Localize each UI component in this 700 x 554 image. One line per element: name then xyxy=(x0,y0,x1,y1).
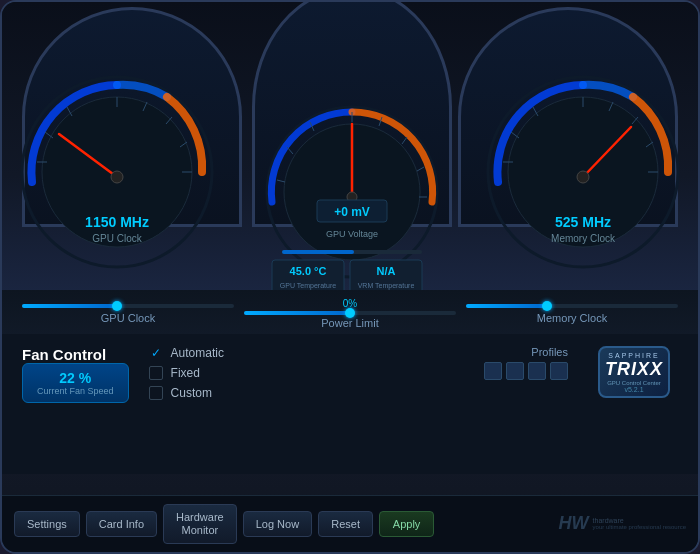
svg-point-48 xyxy=(577,171,589,183)
gpu-clock-slider-group: GPU Clock xyxy=(22,304,234,324)
watermark-area: HW thardware your ultimate professional … xyxy=(559,513,686,534)
slider-row: GPU Clock 0% Power Limit xyxy=(22,298,678,329)
memory-clock-slider-label: Memory Clock xyxy=(537,312,607,324)
gpu-clock-slider-fill xyxy=(22,304,117,308)
svg-text:VRM Temperature: VRM Temperature xyxy=(358,282,415,290)
power-limit-slider-thumb[interactable] xyxy=(345,308,355,318)
logo-version-text: v5.2.1 xyxy=(624,386,643,393)
gauge-area: 1150 MHz GPU Clock xyxy=(2,2,698,292)
fan-option-fixed-label: Fixed xyxy=(171,366,200,380)
fan-speed-value: 22 % xyxy=(37,370,114,386)
fan-option-automatic-label: Automatic xyxy=(171,346,224,360)
power-limit-slider-group: 0% Power Limit xyxy=(244,298,456,329)
profile-box-2[interactable] xyxy=(506,362,524,380)
gpu-voltage-gauge-wrapper: +0 mV GPU Voltage 45.0 °C GPU Temperatur… xyxy=(262,92,442,272)
hardware-monitor-button[interactable]: Hardware Monitor xyxy=(163,504,237,544)
memory-clock-slider-fill xyxy=(466,304,547,308)
memory-clock-slider-track[interactable] xyxy=(466,304,678,308)
profile-box-3[interactable] xyxy=(528,362,546,380)
svg-text:45.0 °C: 45.0 °C xyxy=(290,265,327,277)
settings-button[interactable]: Settings xyxy=(14,511,80,537)
fan-option-fixed[interactable]: Fixed xyxy=(149,366,224,380)
reset-button[interactable]: Reset xyxy=(318,511,373,537)
gpu-voltage-gauge-svg: +0 mV GPU Voltage 45.0 °C GPU Temperatur… xyxy=(262,92,442,312)
gpu-clock-slider-thumb[interactable] xyxy=(112,301,122,311)
gpu-clock-slider-track[interactable] xyxy=(22,304,234,308)
fan-options: ✓ Automatic Fixed Custom xyxy=(149,346,224,400)
fan-option-custom-check xyxy=(149,386,163,400)
logo-trixx-text: TRIXX xyxy=(605,359,663,380)
hw-text: thardware your ultimate professional res… xyxy=(593,517,686,530)
power-limit-slider-label: Power Limit xyxy=(321,317,378,329)
svg-text:GPU Clock: GPU Clock xyxy=(92,233,142,244)
svg-text:N/A: N/A xyxy=(377,265,396,277)
fan-speed-box: 22 % Current Fan Speed xyxy=(22,363,129,403)
svg-text:525 MHz: 525 MHz xyxy=(555,214,611,230)
gpu-clock-gauge-wrapper: 1150 MHz GPU Clock xyxy=(17,72,217,272)
svg-point-11 xyxy=(111,171,123,183)
svg-text:Memory Clock: Memory Clock xyxy=(551,233,616,244)
hw-logo: HW xyxy=(559,513,589,534)
log-now-button[interactable]: Log Now xyxy=(243,511,312,537)
fan-option-custom[interactable]: Custom xyxy=(149,386,224,400)
svg-rect-30 xyxy=(282,250,354,254)
profile-box-4[interactable] xyxy=(550,362,568,380)
fan-section: Fan Control 22 % Current Fan Speed ✓ Aut… xyxy=(2,334,698,474)
memory-clock-slider-thumb[interactable] xyxy=(542,301,552,311)
toolbar: Settings Card Info Hardware Monitor Log … xyxy=(2,495,698,552)
gpu-clock-gauge: 1150 MHz GPU Clock xyxy=(17,72,217,272)
hw-label2: your ultimate professional resource xyxy=(593,524,686,530)
card-info-button[interactable]: Card Info xyxy=(86,511,157,537)
memory-clock-gauge-svg: 525 MHz Memory Clock xyxy=(483,72,683,272)
power-limit-slider-fill xyxy=(244,311,350,315)
svg-text:1150 MHz: 1150 MHz xyxy=(85,214,149,230)
hw-label1: thardware xyxy=(593,517,686,524)
fan-option-fixed-check xyxy=(149,366,163,380)
memory-clock-slider-group: Memory Clock xyxy=(466,304,678,324)
logo-sapphire-text: SAPPHIRE xyxy=(608,352,659,359)
fan-speed-label: Current Fan Speed xyxy=(37,386,114,396)
fan-control-title: Fan Control xyxy=(22,346,129,363)
svg-line-22 xyxy=(287,147,293,154)
gpu-clock-gauge-svg: 1150 MHz GPU Clock xyxy=(17,72,217,272)
svg-line-18 xyxy=(402,137,407,144)
gpu-clock-slider-label: GPU Clock xyxy=(101,312,155,324)
svg-line-19 xyxy=(417,167,424,171)
profiles-label: Profiles xyxy=(531,346,568,358)
logo-badge: SAPPHIRE TRIXX GPU Control Center v5.2.1 xyxy=(598,346,670,398)
fan-option-custom-label: Custom xyxy=(171,386,212,400)
profiles-boxes xyxy=(484,362,568,380)
profiles-section: Profiles xyxy=(484,346,568,380)
app-container: 1150 MHz GPU Clock xyxy=(0,0,700,554)
fan-option-automatic[interactable]: ✓ Automatic xyxy=(149,346,224,360)
gpu-voltage-gauge: +0 mV GPU Voltage 45.0 °C GPU Temperatur… xyxy=(262,92,442,272)
fan-left-col: Fan Control 22 % Current Fan Speed xyxy=(22,346,129,403)
fan-option-automatic-check: ✓ xyxy=(149,346,163,360)
svg-text:+0 mV: +0 mV xyxy=(334,205,370,219)
svg-line-23 xyxy=(277,180,285,182)
memory-clock-gauge: 525 MHz Memory Clock xyxy=(483,72,683,272)
profile-box-1[interactable] xyxy=(484,362,502,380)
memory-clock-gauge-wrapper: 525 MHz Memory Clock xyxy=(483,72,683,272)
sapphire-logo: SAPPHIRE TRIXX GPU Control Center v5.2.1 xyxy=(598,346,678,406)
apply-button[interactable]: Apply xyxy=(379,511,434,537)
slider-section: GPU Clock 0% Power Limit xyxy=(2,290,698,337)
power-limit-slider-track[interactable] xyxy=(244,311,456,315)
svg-text:GPU Temperature: GPU Temperature xyxy=(280,282,336,290)
svg-text:GPU Voltage: GPU Voltage xyxy=(326,229,378,239)
